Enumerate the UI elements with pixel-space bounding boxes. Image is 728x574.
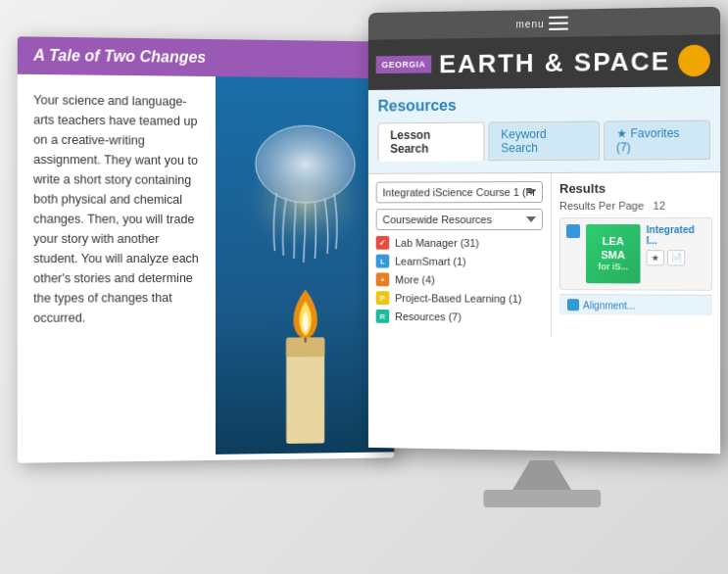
monitor-stand xyxy=(512,460,571,490)
left-panel-text: Your science and language-arts teachers … xyxy=(18,74,216,457)
tabs-row: Lesson Search Keyword Search ★ Favorites… xyxy=(378,120,710,162)
menu-label: menu xyxy=(516,18,545,28)
info-button[interactable]: 📄 xyxy=(667,250,685,265)
app-header: GEORGIA EARTH & SPACE xyxy=(368,34,720,90)
filter-lab-manager[interactable]: ✓ Lab Manager (31) xyxy=(376,236,543,250)
resources-heading: Resources xyxy=(378,94,710,115)
filter-more-label: More (4) xyxy=(395,273,435,285)
result-card-actions: ★ 📄 xyxy=(647,250,705,265)
logo-circle xyxy=(679,44,711,76)
course-select[interactable]: Integrated iScience Course 1 (Frog) xyxy=(376,181,543,203)
result-card-title: Integrated I... xyxy=(647,224,705,246)
filter-learnsmart[interactable]: L LearnSmart (1) xyxy=(376,255,543,268)
app-title: EARTH & SPACE xyxy=(439,46,670,79)
left-panel-body: Your science and language-arts teachers … xyxy=(33,93,199,325)
right-results: Results Results Per Page 12 LEA SMA xyxy=(552,172,720,338)
tab-keyword-search[interactable]: Keyword Search xyxy=(488,120,599,161)
filter-pbl[interactable]: P Project-Based Learning (1) xyxy=(376,291,543,306)
filter-more[interactable]: + More (4) xyxy=(376,272,543,287)
svg-point-1 xyxy=(256,125,355,203)
tab-favorites[interactable]: ★ Favorites (7) xyxy=(604,120,710,161)
alignment-bar: Alignment... xyxy=(559,294,712,315)
filter-lab-manager-label: Lab Manager (31) xyxy=(395,237,479,249)
per-page-value: 12 xyxy=(653,200,664,212)
tab-lesson-search[interactable]: Lesson Search xyxy=(378,122,485,162)
monitor-screen: menu GEORGIA EARTH & SPACE Resources L xyxy=(368,7,720,454)
filter-resources[interactable]: R Resources (7) xyxy=(376,310,543,324)
pbl-icon: P xyxy=(376,291,390,305)
left-panel-title: A Tale of Two Changes xyxy=(33,47,206,66)
filter-resources-label: Resources (7) xyxy=(395,311,461,322)
result-card-info: Integrated I... ★ 📄 xyxy=(647,224,705,266)
left-panel: A Tale of Two Changes Your science and l… xyxy=(18,36,395,462)
scope-select[interactable]: Coursewide Resources xyxy=(376,209,543,230)
left-filters: Integrated iScience Course 1 (Frog) Cour… xyxy=(368,173,552,337)
result-card-thumbnail: LEA SMA for iS... xyxy=(586,224,640,283)
left-panel-header: A Tale of Two Changes xyxy=(18,36,395,78)
resources-icon: R xyxy=(376,310,390,323)
alignment-icon xyxy=(567,299,579,311)
results-per-page: Results Per Page 12 xyxy=(559,200,712,212)
favorite-button[interactable]: ★ xyxy=(647,250,664,265)
alignment-label: Alignment... xyxy=(583,300,635,311)
lab-manager-icon: ✓ xyxy=(376,236,390,250)
resources-section: Resources Lesson Search Keyword Search ★… xyxy=(368,86,720,173)
monitor-base xyxy=(483,490,601,507)
state-label: GEORGIA xyxy=(376,56,432,74)
filter-learnsmart-label: LearnSmart (1) xyxy=(395,256,466,267)
results-title: Results xyxy=(559,180,712,196)
main-content: Integrated iScience Course 1 (Frog) Cour… xyxy=(368,171,720,338)
learnsmart-icon: L xyxy=(376,255,390,268)
per-page-label: Results Per Page xyxy=(559,200,644,212)
more-icon: + xyxy=(376,272,390,286)
hamburger-icon xyxy=(548,17,567,30)
filter-pbl-label: Project-Based Learning (1) xyxy=(395,292,521,305)
result-card: LEA SMA for iS... Integrated I... ★ 📄 xyxy=(559,217,712,291)
right-monitor: menu GEORGIA EARTH & SPACE Resources L xyxy=(346,10,728,529)
result-card-icon xyxy=(566,224,580,238)
